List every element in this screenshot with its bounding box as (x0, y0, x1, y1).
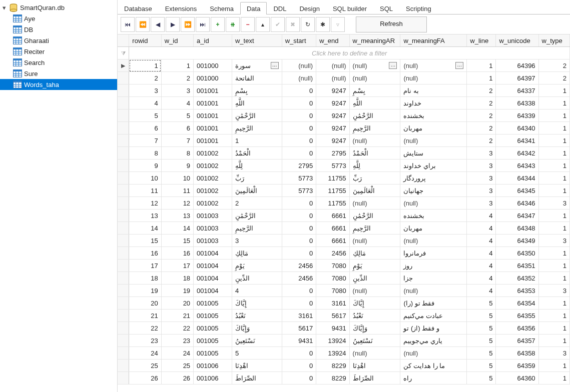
cell-w_unicode[interactable]: 64350 (496, 247, 538, 260)
cell-w_text[interactable]: سورة… (232, 60, 282, 72)
col-header-w_type[interactable]: w_type (538, 34, 569, 47)
cell-w_meaningAR[interactable]: (null) (349, 284, 400, 297)
cell-w_text[interactable]: الْحَمْدُ (232, 147, 282, 160)
cell-w_line[interactable]: 4 (467, 234, 496, 247)
cell-rowid[interactable]: 9 (129, 160, 161, 172)
cell-a_id[interactable]: 001003 (194, 210, 232, 222)
table-row[interactable]: 1717001004يَوْمِ24567080يَوْمِروز4643511 (118, 260, 570, 272)
cell-w_unicode[interactable]: 64396 (496, 60, 538, 72)
table-row[interactable]: 77001001109247(null)(null)2643411 (118, 134, 570, 147)
ellipsis-button[interactable]: … (389, 62, 397, 69)
cell-w_meaningFA[interactable]: عبادت مي‌كنيم (400, 310, 467, 322)
cell-w_id[interactable]: 1 (161, 60, 193, 72)
sidebar-table-search[interactable]: Search (0, 57, 117, 68)
cell-w_type[interactable]: 1 (538, 360, 569, 372)
cell-w_type[interactable]: 1 (538, 97, 569, 110)
cell-w_meaningFA[interactable]: (null) (400, 72, 467, 84)
cell-w_unicode[interactable]: 64343 (496, 160, 538, 172)
cell-w_line[interactable]: 3 (467, 197, 496, 210)
cell-w_meaningFA[interactable]: پروردگار (400, 172, 467, 184)
col-header-w_start[interactable]: w_start (282, 34, 316, 47)
cell-a_id[interactable]: 001004 (194, 284, 232, 297)
cell-w_line[interactable]: 4 (467, 272, 496, 284)
tab-sql-builder[interactable]: SQL builder (326, 2, 373, 14)
cell-w_meaningAR[interactable]: الرَّحِيمِ (349, 222, 400, 234)
table-row[interactable]: 33001001بِسْمِ09247بِسْمِبه نام2643371 (118, 84, 570, 97)
tab-schema[interactable]: Schema (203, 2, 240, 14)
cell-w_meaningFA[interactable]: و فقط (از) تو (400, 322, 467, 334)
cell-w_id[interactable]: 20 (161, 297, 193, 310)
table-row[interactable]: 2020001005إِيَّاكَ03161إِيَّاكَفقط تو (ر… (118, 297, 570, 310)
cell-w_meaningAR[interactable]: الصِّرَاطَ (349, 372, 400, 384)
cell-w_text[interactable]: الدِّينِ (232, 272, 282, 284)
cell-w_id[interactable]: 14 (161, 222, 193, 234)
cell-a_id[interactable]: 001004 (194, 272, 232, 284)
cell-w_text[interactable]: 3 (232, 234, 282, 247)
cell-w_line[interactable]: 2 (467, 97, 496, 110)
cell-w_unicode[interactable]: 64345 (496, 184, 538, 197)
cell-a_id[interactable]: 001004 (194, 247, 232, 260)
table-row[interactable]: 1111001002الْعَالَمِينَ577311755الْعَالَ… (118, 184, 570, 197)
cell-w_unicode[interactable]: 64353 (496, 284, 538, 297)
cell-w_meaningFA[interactable]: جزا (400, 272, 467, 284)
cell-w_meaningAR[interactable]: الرَّحِيمِ (349, 122, 400, 134)
cell-w_meaningFA[interactable]: بخشنده (400, 210, 467, 222)
cell-w_unicode[interactable]: 64340 (496, 122, 538, 134)
cell-w_type[interactable]: 3 (538, 234, 569, 247)
cell-w_end[interactable]: 2795 (316, 147, 349, 160)
cell-w_start[interactable]: 0 (282, 84, 316, 97)
cell-w_id[interactable]: 10 (161, 172, 193, 184)
cell-w_unicode[interactable]: 64344 (496, 172, 538, 184)
cell-w_meaningAR[interactable]: بِسْمِ (349, 84, 400, 97)
cell-w_text[interactable]: يَوْمِ (232, 260, 282, 272)
col-header-w_id[interactable]: w_id (161, 34, 193, 47)
cell-w_line[interactable]: 3 (467, 160, 496, 172)
cell-w_meaningFA[interactable]: ستايش (400, 147, 467, 160)
cell-w_line[interactable]: 2 (467, 122, 496, 134)
cell-w_start[interactable]: 0 (282, 147, 316, 160)
cell-w_end[interactable]: 7080 (316, 272, 349, 284)
cell-w_meaningFA[interactable]: به نام (400, 84, 467, 97)
cell-w_meaningAR[interactable]: اهْدِنَا (349, 360, 400, 372)
cell-w_id[interactable]: 2 (161, 72, 193, 84)
cell-w_meaningAR[interactable]: اللَّهِ (349, 97, 400, 110)
cell-w_id[interactable]: 9 (161, 160, 193, 172)
cell-w_type[interactable]: 1 (538, 84, 569, 97)
cell-w_end[interactable]: 9431 (316, 322, 349, 334)
table-row[interactable]: 99001002لِلَّهِ27955773لِلَّهِبراي خداون… (118, 160, 570, 172)
cell-a_id[interactable]: 001002 (194, 147, 232, 160)
insert-row-button[interactable]: + (211, 17, 225, 32)
cell-w_meaningFA[interactable]: مهربان (400, 122, 467, 134)
nav-prev-button[interactable]: ◀ (151, 17, 165, 32)
cell-w_start[interactable]: (null) (282, 60, 316, 72)
cell-a_id[interactable]: 001005 (194, 322, 232, 334)
cell-w_type[interactable]: 1 (538, 110, 569, 122)
cell-w_id[interactable]: 25 (161, 360, 193, 372)
cell-w_end[interactable]: (null) (316, 72, 349, 84)
cell-w_id[interactable]: 12 (161, 197, 193, 210)
cell-a_id[interactable]: 001005 (194, 297, 232, 310)
cell-rowid[interactable]: 11 (129, 184, 161, 197)
cell-w_meaningAR[interactable]: (null) (349, 347, 400, 360)
filter-placeholder[interactable]: Click here to define a filter (129, 47, 570, 60)
nav-next-page-button[interactable]: ⏩ (181, 17, 195, 32)
delete-row-button[interactable]: − (241, 17, 255, 32)
cell-w_line[interactable]: 2 (467, 84, 496, 97)
cell-w_text[interactable]: لِلَّهِ (232, 160, 282, 172)
cell-w_type[interactable]: 1 (538, 322, 569, 334)
cell-w_meaningFA[interactable]: راه (400, 372, 467, 384)
cell-a_id[interactable]: 001001 (194, 134, 232, 147)
cell-w_start[interactable]: 2456 (282, 272, 316, 284)
cell-a_id[interactable]: 001005 (194, 310, 232, 322)
cell-w_text[interactable]: نَعْبُدُ (232, 310, 282, 322)
table-row[interactable]: 1818001004الدِّينِ24567080الدِّينِجزا464… (118, 272, 570, 284)
cell-a_id[interactable]: 001001 (194, 97, 232, 110)
sidebar-table-db[interactable]: DB (0, 24, 117, 35)
cell-w_start[interactable]: 0 (282, 134, 316, 147)
cell-w_meaningAR[interactable]: (null) (349, 72, 400, 84)
cell-rowid[interactable]: 4 (129, 97, 161, 110)
cell-w_text[interactable]: الْعَالَمِينَ (232, 184, 282, 197)
cell-w_text[interactable]: الرَّحْمَٰنِ (232, 210, 282, 222)
cell-w_meaningAR[interactable]: نَعْبُدُ (349, 310, 400, 322)
table-row[interactable]: 44001001اللَّهِ09247اللَّهِخداوند2643381 (118, 97, 570, 110)
